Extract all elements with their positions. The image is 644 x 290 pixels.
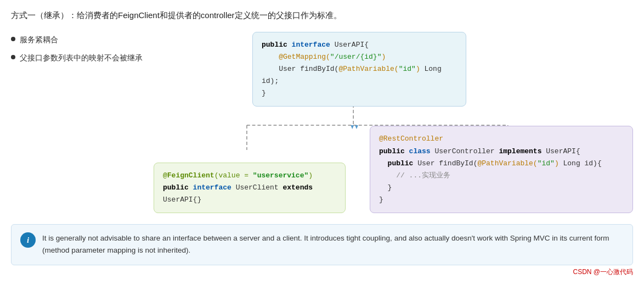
right-line-2: public class UserController implements U…: [379, 146, 624, 158]
watermark: CSDN @一心激代码: [11, 267, 633, 277]
right-line-1: @RestController: [379, 133, 624, 145]
top-line-2: @GetMapping("/user/{id}"): [262, 51, 457, 63]
right-code-box: @RestController public class UserControl…: [370, 126, 633, 213]
bullets-column: 服务紧耦合 父接口参数列表中的映射不会被继承: [11, 32, 154, 213]
diagram-wrapper: public interface UserAPI{ @GetMapping("/…: [154, 32, 633, 213]
bullet-item-1: 服务紧耦合: [11, 34, 154, 46]
bullet-dot-2: [11, 55, 15, 59]
top-code-box: public interface UserAPI{ @GetMapping("/…: [252, 32, 466, 107]
svg-marker-5: [355, 125, 358, 129]
top-line-3: User findById(@PathVariable("id") Long i…: [262, 63, 457, 87]
bullet-dot-1: [11, 37, 15, 41]
bullet-text-1: 服务紧耦合: [20, 34, 58, 46]
bullet-item-2: 父接口参数列表中的映射不会被继承: [11, 52, 154, 64]
bullet-text-2: 父接口参数列表中的映射不会被继承: [20, 52, 143, 64]
content-area: 服务紧耦合 父接口参数列表中的映射不会被继承: [11, 32, 633, 213]
right-line-3: public User findById(@PathVariable("id")…: [379, 158, 624, 170]
top-line-4: }: [262, 87, 457, 99]
page-wrapper: 方式一（继承）：给消费者的FeignClient和提供者的controller定…: [0, 0, 644, 286]
diagram-column: public interface UserAPI{ @GetMapping("/…: [154, 32, 633, 213]
page-title: 方式一（继承）：给消费者的FeignClient和提供者的controller定…: [11, 9, 633, 22]
top-line-1: public interface UserAPI{: [262, 39, 457, 51]
left-line-1: @FeignClient(value = "userservice"): [163, 170, 336, 182]
info-text: It is generally not advisable to share a…: [42, 232, 624, 257]
info-box: i It is generally not advisable to share…: [11, 224, 633, 265]
left-code-box: @FeignClient(value = "userservice") publ…: [154, 163, 346, 213]
info-icon: i: [20, 232, 36, 248]
right-line-5: }: [379, 182, 624, 194]
right-line-6: }: [379, 194, 624, 206]
left-line-2: public interface UserClient extends User…: [163, 182, 336, 206]
right-line-4: // ...实现业务: [379, 170, 624, 182]
svg-marker-4: [351, 125, 354, 129]
